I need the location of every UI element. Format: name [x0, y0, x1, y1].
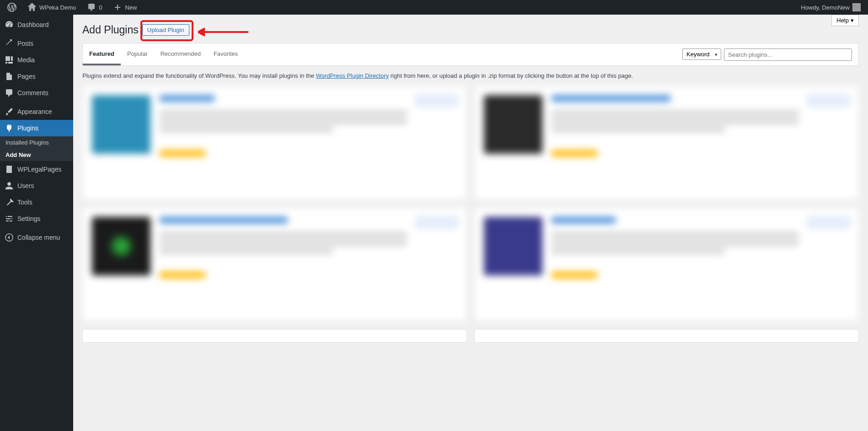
sidebar-item-plugins[interactable]: Plugins [0, 120, 73, 136]
sidebar-item-appearance[interactable]: Appearance [0, 103, 73, 120]
tab-recommended[interactable]: Recommended [154, 43, 207, 65]
plugin-results-grid [82, 86, 859, 322]
sidebar-item-label: Settings [17, 215, 41, 222]
wordpress-icon [7, 3, 16, 12]
sidebar-item-tools[interactable]: Tools [0, 194, 73, 210]
wp-logo-menu[interactable] [4, 0, 20, 15]
plugin-icon [484, 217, 542, 275]
document-icon [5, 165, 14, 174]
sidebar-item-comments[interactable]: Comments [0, 85, 73, 101]
comments-count: 0 [99, 4, 102, 11]
brush-icon [5, 107, 14, 116]
user-icon [5, 181, 14, 190]
sidebar-item-label: Comments [17, 89, 48, 97]
sidebar-item-label: WPLegalPages [17, 166, 62, 173]
tab-favorites[interactable]: Favorites [207, 43, 244, 65]
sidebar-item-dashboard[interactable]: Dashboard [0, 16, 73, 33]
sidebar-item-label: Pages [17, 73, 36, 80]
search-type-select[interactable]: Keyword [682, 48, 721, 60]
sidebar-item-label: Posts [17, 40, 33, 47]
help-button[interactable]: Help ▾ [831, 15, 859, 26]
pin-icon [5, 39, 14, 48]
search-plugins-input[interactable] [724, 48, 852, 61]
howdy-label: Howdy, DemoNew [801, 4, 850, 11]
install-button[interactable] [808, 95, 849, 106]
sidebar-item-posts[interactable]: Posts [0, 35, 73, 52]
comment-icon [5, 88, 14, 97]
dashboard-icon [5, 20, 14, 29]
plugins-submenu: Installed Plugins Add New [0, 136, 73, 161]
sidebar-item-label: Appearance [17, 108, 52, 115]
plugin-card[interactable] [82, 86, 467, 200]
home-icon [27, 3, 37, 12]
main-content: Add Plugins Upload Plugin Help ▾ Feature… [73, 15, 868, 352]
submenu-installed-plugins[interactable]: Installed Plugins [0, 136, 73, 149]
site-name-menu[interactable]: WPeka Demo [24, 0, 80, 15]
sidebar-item-label: Plugins [17, 124, 38, 132]
plugin-icon [92, 95, 150, 154]
sidebar-item-label: Dashboard [17, 21, 49, 28]
plugin-card[interactable] [474, 86, 859, 200]
filter-bar: Featured Popular Recommended Favorites K… [82, 43, 859, 66]
admin-sidebar: Dashboard Posts Media Pages Comments App… [0, 15, 73, 352]
install-button[interactable] [416, 95, 457, 106]
submenu-add-new[interactable]: Add New [0, 149, 73, 161]
media-icon [5, 55, 14, 65]
chevron-down-icon: ▾ [851, 17, 854, 24]
wrench-icon [5, 198, 14, 207]
site-name-label: WPeka Demo [39, 4, 76, 11]
install-button[interactable] [416, 217, 457, 228]
avatar [852, 3, 861, 11]
plugin-card[interactable] [82, 329, 467, 343]
annotation-arrow [198, 27, 248, 37]
plugin-card[interactable] [82, 207, 467, 322]
plugin-icon [92, 217, 150, 275]
upload-plugin-button[interactable]: Upload Plugin [142, 24, 189, 36]
admin-bar: WPeka Demo 0 New Howdy, DemoNew [0, 0, 868, 15]
user-menu[interactable]: Howdy, DemoNew [797, 0, 864, 15]
sidebar-item-media[interactable]: Media [0, 52, 73, 68]
page-description: Plugins extend and expand the functional… [82, 72, 859, 79]
sidebar-item-label: Collapse menu [17, 234, 60, 241]
plus-icon [113, 3, 122, 12]
sidebar-collapse[interactable]: Collapse menu [0, 229, 73, 246]
plugin-icon [484, 95, 542, 154]
sidebar-item-wplegalpages[interactable]: WPLegalPages [0, 161, 73, 178]
sidebar-item-label: Users [17, 182, 34, 189]
page-icon [5, 72, 14, 81]
tab-popular[interactable]: Popular [121, 43, 154, 65]
collapse-icon [5, 233, 14, 242]
new-label: New [125, 4, 137, 11]
sidebar-item-pages[interactable]: Pages [0, 68, 73, 85]
sidebar-item-label: Tools [17, 199, 32, 206]
plugin-card[interactable] [474, 207, 859, 322]
comment-icon [87, 3, 96, 12]
sidebar-item-label: Media [17, 56, 35, 64]
plugin-card[interactable] [474, 329, 859, 343]
sidebar-item-users[interactable]: Users [0, 178, 73, 194]
sliders-icon [5, 214, 14, 223]
page-title: Add Plugins [82, 24, 139, 36]
sidebar-item-settings[interactable]: Settings [0, 210, 73, 227]
comments-menu[interactable]: 0 [83, 0, 106, 15]
install-button[interactable] [808, 217, 849, 228]
plugin-icon [5, 124, 14, 133]
plugin-directory-link[interactable]: WordPress Plugin Directory [316, 72, 389, 79]
new-content-menu[interactable]: New [109, 0, 140, 15]
tab-featured[interactable]: Featured [83, 43, 121, 65]
